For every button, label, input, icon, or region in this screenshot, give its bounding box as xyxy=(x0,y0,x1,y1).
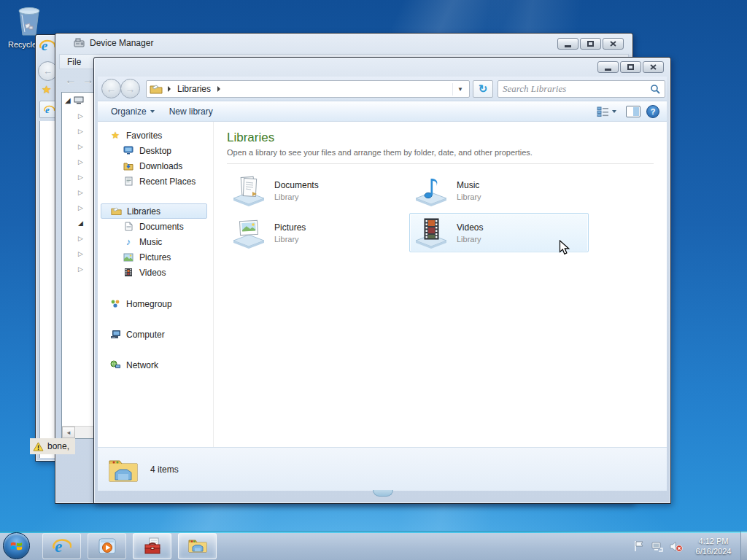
sidebar-item-videos[interactable]: Videos xyxy=(98,265,213,280)
page-subtitle: Open a library to see your files and arr… xyxy=(227,148,654,157)
explorer-navbar: ← → Libraries ▼ ↻ xyxy=(98,77,667,101)
network-tray-icon[interactable] xyxy=(651,541,663,552)
taskbar-clock[interactable]: 4:12 PM 6/16/2024 xyxy=(687,532,740,560)
explorer-maximize-button[interactable] xyxy=(620,61,641,73)
taskbar: e xyxy=(0,531,747,560)
media-player-icon xyxy=(98,537,117,555)
library-item-music[interactable]: Music Library xyxy=(409,171,589,210)
address-bar[interactable]: Libraries ▼ xyxy=(146,80,470,98)
divider xyxy=(227,163,654,164)
favorites-star-icon: ★ xyxy=(109,130,121,141)
library-pane: Libraries Open a library to see your fil… xyxy=(214,122,667,447)
views-icon xyxy=(597,106,609,117)
tree-expander-icon[interactable]: ▷ xyxy=(78,143,83,150)
taskbar-media-player-button[interactable] xyxy=(88,533,126,559)
tree-expander-open-icon[interactable]: ◢ xyxy=(78,219,83,227)
dm-minimize-button[interactable] xyxy=(557,38,578,50)
chevron-down-icon xyxy=(150,110,155,113)
sidebar-item-homegroup[interactable]: Homegroup xyxy=(98,296,213,311)
navigation-pane: ★ Favorites Desktop Downloads xyxy=(98,122,213,447)
command-bar: Organize New library ? xyxy=(98,101,667,122)
tree-expander-icon[interactable]: ▷ xyxy=(78,112,83,120)
library-item-pictures[interactable]: Pictures Library xyxy=(227,213,406,252)
dm-back-button[interactable]: ← xyxy=(65,74,77,87)
tree-expander-icon[interactable]: ▷ xyxy=(78,250,83,257)
explorer-folder-icon xyxy=(187,537,208,555)
dm-maximize-button[interactable] xyxy=(580,38,601,50)
preview-pane-button[interactable] xyxy=(626,106,640,117)
forward-button[interactable]: → xyxy=(120,79,140,98)
computer-icon xyxy=(109,330,121,339)
recent-places-icon xyxy=(123,176,134,186)
music-library-icon xyxy=(414,174,448,206)
warning-icon xyxy=(33,442,44,451)
refresh-button[interactable]: ↻ xyxy=(473,80,493,98)
new-library-button[interactable]: New library xyxy=(162,104,220,120)
dm-close-button[interactable] xyxy=(603,38,624,50)
explorer-minimize-button[interactable] xyxy=(597,61,619,73)
device-manager-icon xyxy=(74,38,85,48)
downloads-icon xyxy=(123,161,134,171)
mouse-cursor xyxy=(559,240,570,258)
ie-favorites-star-icon[interactable]: ★ xyxy=(42,83,51,96)
dm-toolbar: ← → xyxy=(59,71,94,90)
libraries-big-icon xyxy=(108,455,139,484)
device-manager-titlebar[interactable]: Device Manager xyxy=(74,38,153,48)
status-bar: 4 items xyxy=(98,447,667,491)
search-box[interactable] xyxy=(498,80,665,98)
tree-expander-icon[interactable]: ▷ xyxy=(78,265,83,273)
tree-expander-open-icon[interactable]: ◢ xyxy=(65,96,71,104)
tree-expander-icon[interactable]: ▷ xyxy=(78,204,83,211)
volume-muted-icon[interactable] xyxy=(670,541,683,552)
item-count: 4 items xyxy=(150,464,179,475)
sidebar-item-music[interactable]: ♪ Music xyxy=(98,234,213,249)
explorer-close-button[interactable] xyxy=(643,61,664,73)
back-button[interactable]: ← xyxy=(101,79,121,98)
sidebar-item-desktop[interactable]: Desktop xyxy=(98,143,213,158)
taskbar-device-manager-button[interactable] xyxy=(133,533,171,559)
background-status-fragment: bone, xyxy=(30,438,75,454)
windows-logo-icon xyxy=(9,539,23,553)
sidebar-item-pictures[interactable]: Pictures xyxy=(98,249,213,265)
scroll-left-arrow-icon[interactable]: ◂ xyxy=(62,427,75,438)
tree-expander-icon[interactable]: ▷ xyxy=(78,158,83,166)
libraries-icon xyxy=(110,206,122,216)
taskbar-explorer-button[interactable] xyxy=(178,533,217,559)
documents-icon xyxy=(123,222,134,231)
sidebar-item-documents[interactable]: Documents xyxy=(98,219,213,234)
action-center-flag-icon[interactable] xyxy=(633,540,644,552)
sidebar-item-favorites[interactable]: ★ Favorites xyxy=(98,128,213,143)
desktop-icon xyxy=(123,146,134,155)
breadcrumb-arrow-icon[interactable] xyxy=(168,86,171,92)
library-item-documents[interactable]: Documents Library xyxy=(227,171,406,210)
libraries-folder-icon xyxy=(150,84,163,94)
pictures-icon xyxy=(123,253,134,262)
sidebar-item-libraries[interactable]: Libraries xyxy=(101,203,207,219)
change-view-button[interactable] xyxy=(593,104,620,119)
breadcrumb-libraries[interactable]: Libraries xyxy=(176,82,212,96)
address-dropdown-icon[interactable]: ▼ xyxy=(452,83,468,96)
show-desktop-button[interactable] xyxy=(740,532,747,560)
music-note-icon: ♪ xyxy=(123,236,134,247)
search-input[interactable] xyxy=(503,83,650,95)
tree-expander-icon[interactable]: ▷ xyxy=(78,128,83,135)
tree-expander-icon[interactable]: ▷ xyxy=(78,189,83,196)
tree-expander-icon[interactable]: ▷ xyxy=(78,174,83,181)
search-icon xyxy=(650,84,660,94)
help-button[interactable]: ? xyxy=(646,105,659,118)
explorer-titlebar[interactable] xyxy=(94,58,670,77)
dm-menu-file[interactable]: File xyxy=(60,55,88,69)
tree-expander-icon[interactable]: ▷ xyxy=(78,235,83,242)
sidebar-item-recent-places[interactable]: Recent Places xyxy=(98,174,213,189)
organize-button[interactable]: Organize xyxy=(104,104,162,120)
sidebar-item-computer[interactable]: Computer xyxy=(98,327,213,342)
explorer-window[interactable]: ← → Libraries ▼ ↻ xyxy=(93,57,671,504)
background-status-text: bone, xyxy=(47,441,69,451)
start-button[interactable] xyxy=(3,532,30,559)
dm-forward-button[interactable]: → xyxy=(82,74,94,87)
sidebar-item-downloads[interactable]: Downloads xyxy=(98,158,213,174)
breadcrumb-arrow-icon[interactable] xyxy=(217,86,220,92)
sidebar-item-network[interactable]: Network xyxy=(98,357,213,373)
taskbar-ie-button[interactable]: e xyxy=(42,533,81,559)
clock-time: 4:12 PM xyxy=(699,536,729,546)
